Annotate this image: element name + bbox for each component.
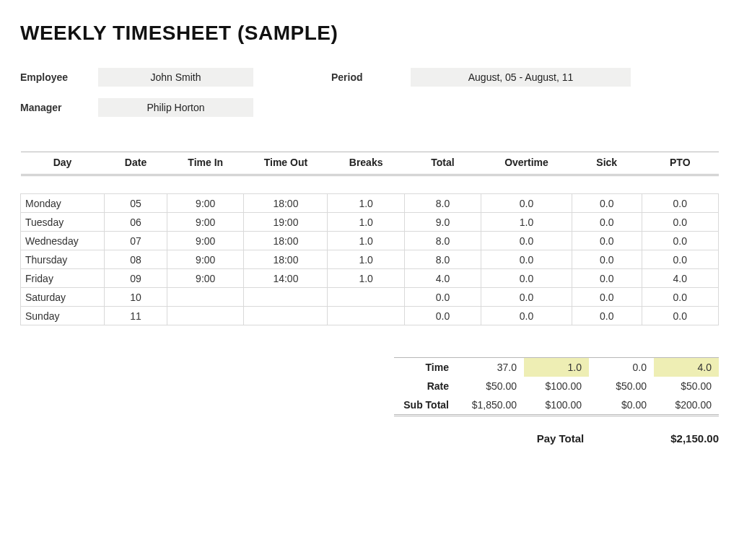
cell-date: 06 [105, 213, 167, 232]
cell-overtime: 0.0 [481, 288, 572, 307]
cell-day: Wednesday [21, 232, 105, 250]
cell-sick: 0.0 [572, 232, 642, 250]
cell-sick: 0.0 [572, 194, 642, 213]
cell-breaks: 1.0 [328, 194, 404, 213]
col-sick: Sick [572, 152, 642, 175]
cell-breaks: 1.0 [328, 269, 404, 288]
period-label: Period [331, 71, 411, 83]
cell-date: 09 [105, 269, 167, 288]
cell-date: 11 [105, 307, 167, 325]
employee-label: Employee [20, 71, 98, 83]
cell-pto: 0.0 [642, 232, 718, 250]
timesheet-table: Day Date Time In Time Out Breaks Total O… [20, 152, 719, 325]
summary-subtotal-overtime: $100.00 [524, 395, 589, 416]
page-title: WEEKLY TIMESHEET (SAMPLE) [20, 22, 719, 45]
cell-date: 05 [105, 194, 167, 213]
summary-time-pto: 4.0 [654, 358, 719, 377]
summary-rate-label: Rate [394, 377, 459, 395]
manager-value: Philip Horton [98, 98, 253, 117]
cell-pto: 4.0 [642, 269, 718, 288]
table-row: Thursday089:0018:001.08.00.00.00.0 [21, 250, 719, 269]
cell-day: Monday [21, 194, 105, 213]
cell-breaks: 1.0 [328, 213, 404, 232]
cell-day: Sunday [21, 307, 105, 325]
cell-time-out [244, 307, 328, 325]
col-time-in: Time In [167, 152, 244, 175]
cell-time-out: 14:00 [244, 269, 328, 288]
table-header-row: Day Date Time In Time Out Breaks Total O… [21, 152, 719, 175]
col-overtime: Overtime [481, 152, 572, 175]
table-row: Sunday110.00.00.00.0 [21, 307, 719, 325]
cell-time-out: 18:00 [244, 250, 328, 269]
summary-subtotal-sick: $0.00 [589, 395, 654, 416]
cell-total: 8.0 [404, 232, 481, 250]
col-time-out: Time Out [244, 152, 328, 175]
cell-sick: 0.0 [572, 250, 642, 269]
cell-pto: 0.0 [642, 288, 718, 307]
summary-time-row: Time 37.0 1.0 0.0 4.0 [394, 358, 719, 377]
cell-total: 0.0 [404, 288, 481, 307]
spacer-row [21, 175, 719, 194]
cell-time-out: 18:00 [244, 194, 328, 213]
cell-day: Thursday [21, 250, 105, 269]
cell-time-in [167, 307, 244, 325]
cell-breaks [328, 288, 404, 307]
cell-overtime: 0.0 [481, 232, 572, 250]
cell-pto: 0.0 [642, 194, 718, 213]
cell-sick: 0.0 [572, 213, 642, 232]
cell-total: 4.0 [404, 269, 481, 288]
cell-time-in: 9:00 [167, 194, 244, 213]
summary-time-total: 37.0 [459, 358, 524, 377]
col-day: Day [21, 152, 105, 175]
col-pto: PTO [642, 152, 718, 175]
cell-total: 0.0 [404, 307, 481, 325]
paytotal-label: Pay Total [537, 432, 585, 445]
cell-time-out: 18:00 [244, 232, 328, 250]
cell-pto: 0.0 [642, 307, 718, 325]
paytotal-value: $2,150.00 [670, 432, 719, 445]
cell-day: Saturday [21, 288, 105, 307]
cell-date: 08 [105, 250, 167, 269]
cell-date: 10 [105, 288, 167, 307]
summary-time-sick: 0.0 [589, 358, 654, 377]
employee-value: John Smith [98, 68, 253, 87]
cell-total: 9.0 [404, 213, 481, 232]
cell-time-in: 9:00 [167, 269, 244, 288]
cell-pto: 0.0 [642, 213, 718, 232]
cell-time-in [167, 288, 244, 307]
summary-table: Time 37.0 1.0 0.0 4.0 Rate $50.00 $100.0… [394, 357, 719, 416]
cell-total: 8.0 [404, 194, 481, 213]
cell-total: 8.0 [404, 250, 481, 269]
summary-subtotal-row: Sub Total $1,850.00 $100.00 $0.00 $200.0… [394, 395, 719, 416]
cell-date: 07 [105, 232, 167, 250]
table-row: Monday059:0018:001.08.00.00.00.0 [21, 194, 719, 213]
summary-rate-pto: $50.00 [654, 377, 719, 395]
cell-breaks [328, 307, 404, 325]
cell-breaks: 1.0 [328, 232, 404, 250]
summary-time-overtime: 1.0 [524, 358, 589, 377]
cell-sick: 0.0 [572, 269, 642, 288]
cell-day: Friday [21, 269, 105, 288]
summary-rate-row: Rate $50.00 $100.00 $50.00 $50.00 [394, 377, 719, 395]
table-row: Wednesday079:0018:001.08.00.00.00.0 [21, 232, 719, 250]
cell-overtime: 1.0 [481, 213, 572, 232]
table-row: Friday099:0014:001.04.00.00.04.0 [21, 269, 719, 288]
period-value: August, 05 - August, 11 [411, 68, 631, 87]
cell-overtime: 0.0 [481, 194, 572, 213]
cell-overtime: 0.0 [481, 269, 572, 288]
cell-overtime: 0.0 [481, 307, 572, 325]
cell-time-out: 19:00 [244, 213, 328, 232]
summary-subtotal-pto: $200.00 [654, 395, 719, 416]
cell-day: Tuesday [21, 213, 105, 232]
summary-time-label: Time [394, 358, 459, 377]
cell-sick: 0.0 [572, 288, 642, 307]
cell-breaks: 1.0 [328, 250, 404, 269]
col-total: Total [404, 152, 481, 175]
cell-time-out [244, 288, 328, 307]
cell-overtime: 0.0 [481, 250, 572, 269]
table-row: Saturday100.00.00.00.0 [21, 288, 719, 307]
cell-pto: 0.0 [642, 250, 718, 269]
summary-rate-total: $50.00 [459, 377, 524, 395]
summary-subtotal-total: $1,850.00 [459, 395, 524, 416]
summary-rate-sick: $50.00 [589, 377, 654, 395]
